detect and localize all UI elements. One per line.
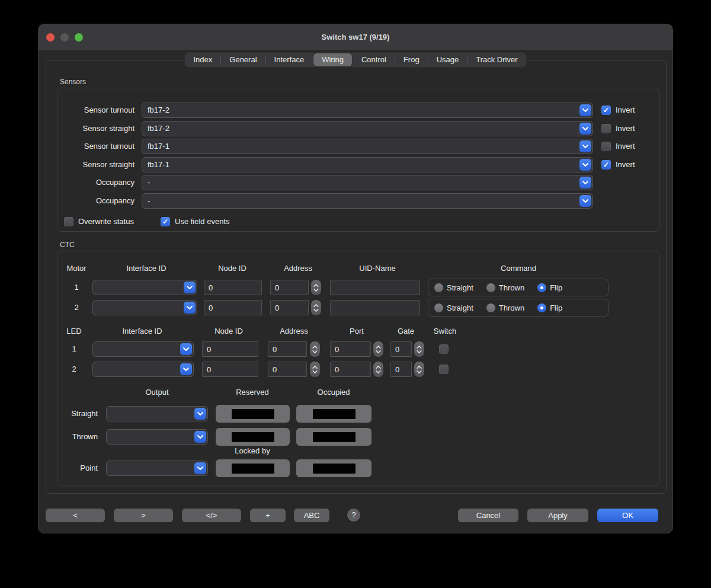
radio-icon[interactable] [486, 303, 495, 312]
tab-track-driver[interactable]: Track Driver [467, 53, 526, 67]
radio-thrown[interactable]: Thrown [486, 303, 524, 312]
motor2-node-id-field[interactable] [204, 300, 262, 315]
point-occupied-color-well[interactable] [296, 459, 371, 477]
window-title: Switch sw17 (9/19) [39, 24, 672, 50]
motor2-address-field[interactable] [270, 300, 309, 315]
straight-reserved-color-well[interactable] [216, 405, 290, 423]
chevron-down-icon[interactable] [180, 363, 192, 375]
motor1-interface-dropdown[interactable] [92, 280, 197, 295]
radio-icon[interactable] [434, 283, 443, 292]
tab-general[interactable]: General [221, 53, 265, 67]
motor1-address-field[interactable] [270, 280, 309, 295]
led1-interface-dropdown[interactable] [92, 341, 194, 357]
point-output-dropdown[interactable] [106, 461, 208, 476]
radio-straight[interactable]: Straight [434, 303, 473, 312]
led2-port-stepper[interactable] [373, 362, 383, 377]
occupancy-1-dropdown[interactable]: - [142, 175, 593, 190]
occupancy-2-dropdown[interactable]: - [142, 193, 593, 209]
radio-icon[interactable] [537, 283, 546, 292]
add-button[interactable]: + [250, 509, 286, 522]
led2-interface-dropdown[interactable] [92, 362, 194, 377]
check-icon: ✓ [601, 106, 611, 115]
led2-port-field[interactable] [330, 362, 371, 377]
chevron-down-icon[interactable] [579, 177, 591, 188]
overwrite-status-checkbox[interactable]: ✓ [64, 217, 73, 226]
color-swatch [232, 409, 274, 419]
chevron-down-icon[interactable] [194, 431, 206, 443]
motor2-address-stepper[interactable] [311, 300, 321, 315]
led2-node-id-field[interactable] [202, 362, 258, 377]
led1-switch-checkbox[interactable]: ✓ [439, 344, 449, 354]
tab-index[interactable]: Index [185, 53, 220, 67]
motor1-address-stepper[interactable] [311, 280, 321, 295]
prev-button[interactable]: < [46, 509, 105, 522]
code-button[interactable]: </> [182, 509, 241, 522]
apply-button[interactable]: Apply [527, 509, 588, 522]
tab-frog[interactable]: Frog [395, 53, 428, 67]
chevron-down-icon[interactable] [579, 140, 591, 152]
led2-gate-stepper[interactable] [414, 362, 424, 377]
motor2-uid-name-field[interactable] [330, 300, 420, 315]
sensor-row-label: Sensor turnout [56, 103, 134, 118]
stepper-down-icon [417, 370, 422, 373]
thrown-output-dropdown[interactable] [106, 429, 208, 445]
tab-interface[interactable]: Interface [266, 53, 313, 67]
tab-usage[interactable]: Usage [428, 53, 467, 67]
sensor-turnout-1-dropdown[interactable]: fb17-2 [142, 103, 593, 118]
chevron-down-icon[interactable] [579, 159, 591, 171]
chevron-down-icon[interactable] [184, 282, 196, 293]
led1-address-field[interactable] [268, 341, 307, 357]
led1-port-field[interactable] [330, 341, 371, 357]
radio-icon[interactable] [434, 303, 443, 312]
tab-wiring[interactable]: Wiring [313, 53, 352, 66]
led1-port-stepper[interactable] [373, 341, 383, 357]
led2-switch-checkbox[interactable]: ✓ [439, 365, 449, 374]
sensor-turnout-2-dropdown[interactable]: fb17-1 [142, 139, 593, 154]
radio-thrown[interactable]: Thrown [486, 283, 524, 292]
motor-header: Motor [66, 264, 86, 273]
stepper-up-icon [312, 366, 318, 369]
tab-control[interactable]: Control [353, 53, 395, 67]
straight-occupied-color-well[interactable] [296, 405, 371, 423]
sensor-straight-2-dropdown[interactable]: fb17-1 [142, 157, 593, 172]
straight-output-dropdown[interactable] [106, 406, 208, 421]
chevron-down-icon[interactable] [579, 104, 591, 116]
help-button[interactable]: ? [347, 509, 360, 522]
led2-address-field[interactable] [268, 362, 307, 377]
radio-icon[interactable] [486, 283, 495, 292]
led1-gate-stepper[interactable] [414, 341, 424, 357]
invert-checkbox[interactable]: ✓ [601, 160, 611, 170]
next-button[interactable]: > [114, 509, 173, 522]
chevron-down-icon[interactable] [579, 123, 591, 135]
radio-icon[interactable] [537, 303, 546, 312]
ctc-group-label: CTC [60, 241, 75, 249]
title-bar: Switch sw17 (9/19) [39, 24, 672, 51]
led1-node-id-field[interactable] [202, 341, 258, 357]
chevron-down-icon[interactable] [579, 195, 591, 207]
invert-checkbox[interactable]: ✓ [601, 106, 611, 115]
thrown-occupied-color-well[interactable] [296, 428, 371, 446]
thrown-reserved-color-well[interactable] [216, 428, 290, 446]
radio-flip[interactable]: Flip [537, 283, 562, 292]
radio-flip[interactable]: Flip [537, 303, 562, 312]
motor1-uid-name-field[interactable] [330, 280, 420, 295]
radio-straight[interactable]: Straight [434, 283, 473, 292]
ok-button[interactable]: OK [597, 509, 658, 522]
motor1-node-id-field[interactable] [204, 280, 262, 295]
chevron-down-icon[interactable] [194, 462, 206, 474]
chevron-down-icon[interactable] [194, 408, 206, 420]
invert-checkbox[interactable]: ✓ [601, 124, 611, 133]
cancel-button[interactable]: Cancel [458, 509, 518, 522]
invert-checkbox[interactable]: ✓ [601, 142, 611, 151]
led1-address-stepper[interactable] [310, 341, 320, 357]
point-lockedby-color-well[interactable] [216, 459, 290, 477]
motor2-interface-dropdown[interactable] [92, 300, 197, 315]
chevron-down-icon[interactable] [180, 343, 192, 355]
sensor-straight-1-dropdown[interactable]: fb17-2 [142, 121, 593, 136]
led2-gate-field[interactable] [390, 362, 412, 377]
abc-button[interactable]: ABC [294, 509, 329, 522]
use-field-events-checkbox[interactable]: ✓ [161, 217, 170, 226]
led1-gate-field[interactable] [390, 341, 412, 357]
chevron-down-icon[interactable] [184, 302, 196, 314]
led2-address-stepper[interactable] [310, 362, 320, 377]
